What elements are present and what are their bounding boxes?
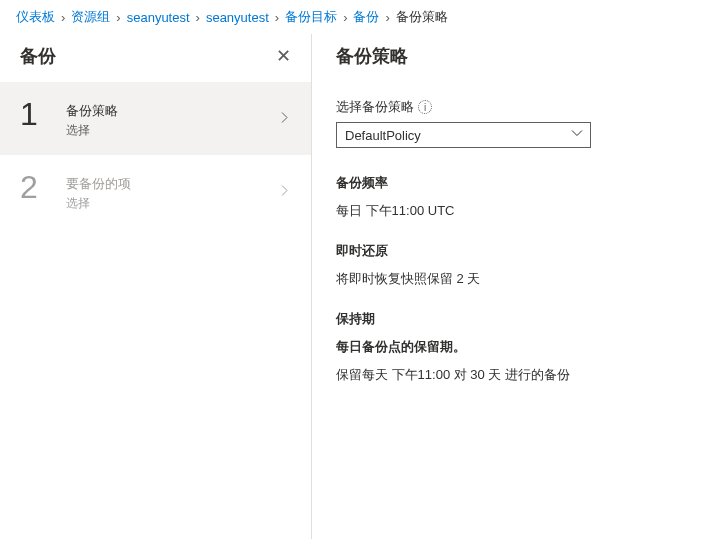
step-backup-policy[interactable]: 1 备份策略 选择 [0, 82, 311, 155]
breadcrumb-current: 备份策略 [396, 8, 448, 26]
step-items-to-backup[interactable]: 2 要备份的项 选择 [0, 155, 311, 228]
left-header: 备份 ✕ [0, 34, 311, 82]
breadcrumb: 仪表板 › 资源组 › seanyutest › seanyutest › 备份… [0, 0, 703, 34]
breadcrumb-item[interactable]: 资源组 [71, 8, 110, 26]
step-text: 备份策略 选择 [66, 98, 291, 139]
retention-title: 保持期 [336, 310, 679, 328]
chevron-right-icon [279, 111, 291, 126]
step-title: 要备份的项 [66, 175, 291, 193]
step-sub: 选择 [66, 122, 291, 139]
close-icon[interactable]: ✕ [276, 47, 291, 65]
chevron-right-icon: › [275, 10, 279, 25]
policy-select-value[interactable]: DefaultPolicy [336, 122, 591, 148]
breadcrumb-item[interactable]: seanyutest [127, 10, 190, 25]
main-layout: 备份 ✕ 1 备份策略 选择 2 要备份的项 选择 备份策略 [0, 34, 703, 539]
retention-daily-title: 每日备份点的保留期。 [336, 338, 679, 356]
page-title: 备份策略 [336, 44, 679, 68]
chevron-right-icon [279, 184, 291, 199]
step-text: 要备份的项 选择 [66, 171, 291, 212]
policy-select-label: 选择备份策略 i [336, 98, 679, 116]
retention-daily-value: 保留每天 下午11:00 对 30 天 进行的备份 [336, 366, 679, 384]
breadcrumb-item[interactable]: 备份目标 [285, 8, 337, 26]
left-panel-title: 备份 [20, 44, 56, 68]
step-sub: 选择 [66, 195, 291, 212]
left-panel: 备份 ✕ 1 备份策略 选择 2 要备份的项 选择 [0, 34, 312, 539]
instant-restore-title: 即时还原 [336, 242, 679, 260]
step-number: 1 [20, 98, 66, 130]
step-number: 2 [20, 171, 66, 203]
info-icon[interactable]: i [418, 100, 432, 114]
breadcrumb-item[interactable]: 备份 [353, 8, 379, 26]
chevron-right-icon: › [343, 10, 347, 25]
step-title: 备份策略 [66, 102, 291, 120]
breadcrumb-item[interactable]: 仪表板 [16, 8, 55, 26]
frequency-title: 备份频率 [336, 174, 679, 192]
instant-restore-value: 将即时恢复快照保留 2 天 [336, 270, 679, 288]
chevron-right-icon: › [116, 10, 120, 25]
policy-select[interactable]: DefaultPolicy [336, 122, 591, 148]
frequency-value: 每日 下午11:00 UTC [336, 202, 679, 220]
chevron-right-icon: › [385, 10, 389, 25]
chevron-right-icon: › [61, 10, 65, 25]
breadcrumb-item[interactable]: seanyutest [206, 10, 269, 25]
right-panel: 备份策略 选择备份策略 i DefaultPolicy 备份频率 每日 下午11… [312, 34, 703, 539]
chevron-right-icon: › [196, 10, 200, 25]
